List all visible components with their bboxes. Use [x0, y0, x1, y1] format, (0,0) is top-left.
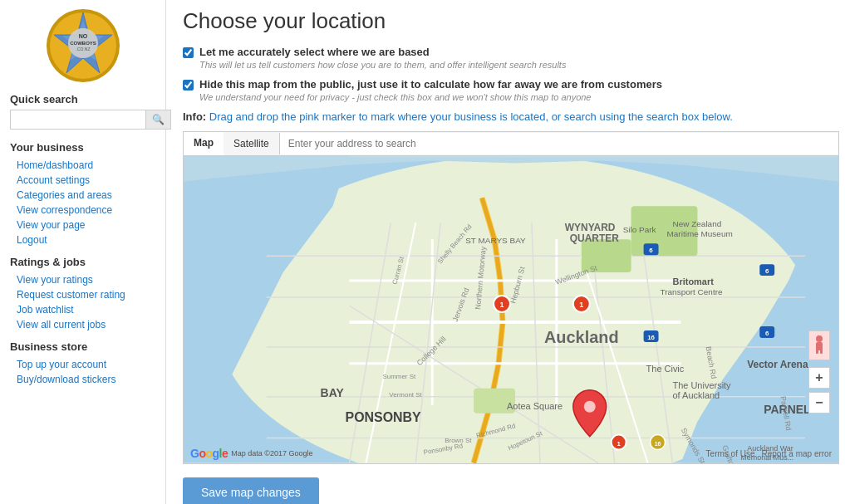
info-prefix: Info:	[183, 110, 206, 123]
sidebar-link-logout[interactable]: Logout	[10, 232, 155, 247]
svg-text:Transport Centre: Transport Centre	[661, 287, 723, 296]
main-content: Choose your location Let me accurately s…	[166, 0, 845, 504]
svg-text:Auckland: Auckland	[544, 328, 619, 346]
svg-text:Silo Park: Silo Park	[623, 225, 656, 234]
svg-text:PONSONBY: PONSONBY	[346, 410, 422, 424]
svg-rect-80	[820, 349, 823, 354]
sidebar-link-view-ratings[interactable]: View your ratings	[10, 272, 155, 287]
sidebar-section-business-store: Business store Top up your account Buy/d…	[10, 340, 155, 387]
map-svg: 1 1 6 6 6 16 1 16 BAY PONSONBY	[184, 156, 838, 463]
checkbox1-sublabel: This will let us tell customers how clos…	[199, 60, 566, 70]
svg-text:Britomart: Britomart	[673, 276, 715, 286]
pegman-icon	[813, 335, 826, 355]
save-map-changes-button[interactable]: Save map changes	[183, 477, 319, 504]
checkbox1-label: Let me accurately select where we are ba…	[199, 46, 566, 58]
svg-text:NO: NO	[78, 33, 87, 39]
page-title: Choose your location	[183, 8, 828, 34]
map-controls: + −	[808, 330, 830, 413]
sidebar-link-view-all-jobs[interactable]: View all current jobs	[10, 317, 155, 332]
map-footer: Google Map data ©2017 Google Terms of Us…	[184, 447, 838, 460]
svg-text:of Auckland: of Auckland	[673, 390, 720, 400]
svg-text:New Zealand: New Zealand	[673, 219, 722, 228]
map-area[interactable]: 1 1 6 6 6 16 1 16 BAY PONSONBY	[184, 156, 838, 463]
svg-text:Summer St: Summer St	[382, 373, 416, 380]
svg-text:1: 1	[579, 301, 583, 309]
sidebar-sections: Your business Home/dashboard Account set…	[10, 141, 155, 387]
svg-text:Vector Arena: Vector Arena	[747, 359, 808, 370]
sidebar-link-categories-areas[interactable]: Categories and areas	[10, 188, 155, 203]
report-map-error-link[interactable]: Report a map error	[762, 449, 832, 458]
svg-text:.CO.NZ: .CO.NZ	[76, 46, 90, 51]
tab-satellite[interactable]: Satellite	[224, 133, 279, 154]
section-title-business-store: Business store	[10, 340, 155, 353]
svg-rect-79	[816, 349, 818, 354]
section-title-ratings-jobs: Ratings & jobs	[10, 256, 155, 268]
checkbox-row-2: Hide this map from the public, just use …	[183, 78, 828, 102]
search-input[interactable]	[10, 110, 146, 130]
sidebar-section-your-business: Your business Home/dashboard Account set…	[10, 141, 155, 247]
sidebar: NO COWBOYS .CO.NZ Quick search 🔍 Your bu…	[0, 0, 166, 504]
tab-map[interactable]: Map	[184, 132, 224, 155]
map-search-input[interactable]	[279, 133, 838, 154]
svg-text:6: 6	[765, 267, 769, 275]
svg-text:Maritime Museum: Maritime Museum	[667, 229, 733, 238]
svg-text:Aotea Square: Aotea Square	[507, 401, 563, 411]
svg-text:ST MARYS BAY: ST MARYS BAY	[465, 236, 526, 245]
checkbox2-label: Hide this map from the public, just use …	[199, 78, 662, 91]
quick-search-label: Quick search	[10, 93, 155, 105]
zoom-in-button[interactable]: +	[808, 367, 830, 389]
checkbox-hide-map[interactable]	[183, 80, 194, 91]
logo-area: NO COWBOYS .CO.NZ	[10, 8, 155, 83]
sidebar-link-home-dashboard[interactable]: Home/dashboard	[10, 158, 155, 173]
svg-text:COWBOYS: COWBOYS	[70, 41, 96, 46]
sidebar-link-job-watchlist[interactable]: Job watchlist	[10, 302, 155, 317]
checkbox-select-location[interactable]	[183, 47, 194, 58]
sidebar-link-account-settings[interactable]: Account settings	[10, 173, 155, 188]
map-tabs: Map Satellite	[184, 132, 838, 156]
svg-text:1: 1	[500, 301, 504, 309]
checkbox2-sublabel: We understand your need for privacy - ju…	[199, 92, 662, 102]
svg-text:16: 16	[655, 441, 661, 447]
sidebar-link-view-correspondence[interactable]: View correspondence	[10, 203, 155, 218]
pegman-control[interactable]	[808, 330, 830, 360]
sidebar-link-view-page[interactable]: View your page	[10, 218, 155, 232]
terms-of-use-link[interactable]: Terms of Use	[706, 449, 755, 458]
checkbox-row-1: Let me accurately select where we are ba…	[183, 46, 828, 70]
svg-text:6: 6	[649, 247, 653, 254]
map-container: Map Satellite	[183, 131, 839, 464]
svg-point-74	[584, 401, 596, 413]
svg-text:Brown St: Brown St	[445, 437, 472, 444]
svg-text:The University: The University	[673, 380, 732, 390]
svg-text:WYNYARD: WYNYARD	[565, 222, 616, 233]
svg-text:16: 16	[647, 334, 655, 341]
section-title-your-business: Your business	[10, 141, 155, 154]
map-data-label: Map data ©2017 Google	[231, 449, 312, 458]
svg-text:BAY: BAY	[321, 386, 345, 399]
svg-text:QUARTER: QUARTER	[570, 232, 619, 244]
site-logo: NO COWBOYS .CO.NZ	[46, 8, 120, 83]
search-icon: 🔍	[152, 114, 165, 125]
zoom-out-button[interactable]: −	[808, 392, 830, 413]
svg-text:Vermont St: Vermont St	[389, 391, 422, 399]
svg-text:The Civic: The Civic	[646, 364, 685, 374]
sidebar-link-buy-stickers[interactable]: Buy/download stickers	[10, 372, 155, 387]
info-text: Drag and drop the pink marker to mark wh…	[206, 110, 733, 123]
sidebar-link-request-rating[interactable]: Request customer rating	[10, 287, 155, 302]
map-footer-links: Terms of Use Report a map error	[706, 449, 832, 458]
sidebar-section-ratings-jobs: Ratings & jobs View your ratings Request…	[10, 256, 155, 332]
sidebar-link-top-up[interactable]: Top up your account	[10, 357, 155, 372]
google-logo: Google	[190, 447, 228, 460]
svg-text:6: 6	[765, 330, 769, 337]
info-bar: Info: Drag and drop the pink marker to m…	[183, 110, 828, 123]
svg-point-77	[816, 335, 823, 342]
